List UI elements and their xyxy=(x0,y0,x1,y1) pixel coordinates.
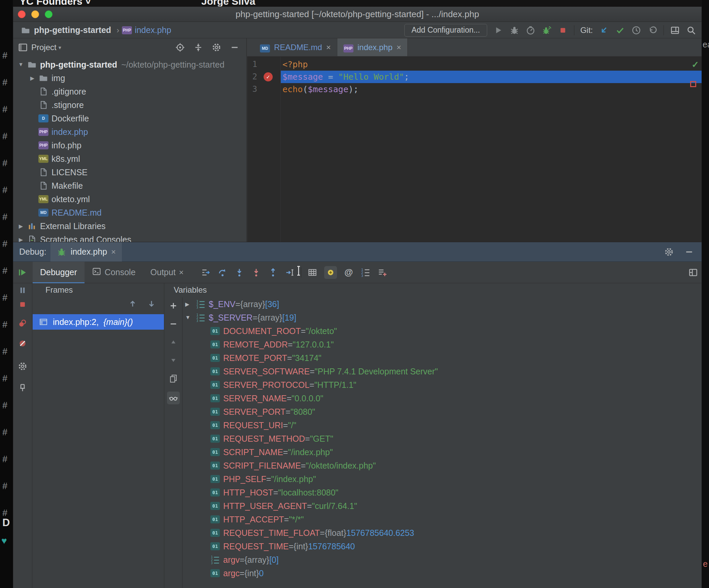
run-to-cursor-button[interactable] xyxy=(285,268,295,278)
close-icon[interactable]: × xyxy=(397,43,401,52)
stop-process-button[interactable] xyxy=(18,299,28,309)
show-array-indices-button[interactable]: 123 xyxy=(361,268,371,278)
tree-item-External Libraries[interactable]: ▶External Libraries xyxy=(13,219,246,233)
tree-item-Dockerfile[interactable]: DDockerfile xyxy=(13,112,246,125)
show-references-button[interactable]: @ xyxy=(344,268,354,278)
variable-row-DOCUMENT_ROOT[interactable]: 01DOCUMENT_ROOT = "/okteto" xyxy=(183,324,702,338)
expanded-toggle-icon[interactable]: ▼ xyxy=(15,61,27,67)
variable-row-$_ENV[interactable]: ▶123$_ENV = {array} [36] xyxy=(183,297,702,311)
hide-debug-panel-button[interactable] xyxy=(684,247,694,257)
step-over-button[interactable] xyxy=(217,268,228,278)
expand-toggle-icon[interactable]: ▶ xyxy=(15,236,27,242)
tree-item-.stignore[interactable]: .stignore xyxy=(13,98,246,112)
search-everywhere-button[interactable] xyxy=(686,25,696,35)
tree-item-index.php[interactable]: PHPindex.php xyxy=(13,125,246,139)
profiler-button[interactable] xyxy=(526,25,535,35)
breadcrumb-project[interactable]: php-getting-started xyxy=(34,25,111,35)
debug-button[interactable] xyxy=(509,25,520,35)
debug-tab-console[interactable]: Console xyxy=(84,262,143,283)
variable-row-REQUEST_METHOD[interactable]: 01REQUEST_METHOD = "GET" xyxy=(183,432,702,445)
variable-row-SCRIPT_FILENAME[interactable]: 01SCRIPT_FILENAME = "/okteto/index.php" xyxy=(183,459,702,472)
close-icon[interactable]: × xyxy=(179,268,184,277)
show-watches-toggle[interactable] xyxy=(167,392,180,404)
step-into-button[interactable] xyxy=(234,268,244,278)
previous-frame-button[interactable] xyxy=(128,299,138,309)
tree-item-README.md[interactable]: MDREADME.md xyxy=(13,206,246,219)
debug-settings-button[interactable] xyxy=(664,247,674,257)
run-button[interactable] xyxy=(493,25,503,35)
debug-session-tab[interactable]: index.php × xyxy=(51,242,122,262)
code-editor[interactable]: 1<?php2✓$message = "Hello World";3echo($… xyxy=(247,57,702,242)
add-watch-button[interactable] xyxy=(168,301,178,311)
editor-tab-README.md[interactable]: MDREADME.md× xyxy=(254,38,337,56)
tree-item-k8s.yml[interactable]: YMLk8s.yml xyxy=(13,152,246,166)
error-stripe-mark[interactable] xyxy=(690,81,696,87)
close-icon[interactable]: × xyxy=(111,247,116,257)
inspections-ok-icon[interactable]: ✓ xyxy=(691,59,699,70)
variable-row-HTTP_ACCEPT[interactable]: 01HTTP_ACCEPT = "*/*" xyxy=(183,513,702,526)
evaluate-expression-button[interactable] xyxy=(324,266,337,279)
view-breakpoints-button[interactable] xyxy=(18,318,28,328)
variable-row-SERVER_NAME[interactable]: 01SERVER_NAME = "0.0.0.0" xyxy=(183,392,702,405)
layout-button[interactable] xyxy=(670,25,680,35)
expand-toggle-icon[interactable]: ▶ xyxy=(185,301,195,307)
restore-layout-button[interactable] xyxy=(688,268,698,278)
expand-toggle-icon[interactable]: ▶ xyxy=(15,223,27,229)
view-as-table-button[interactable] xyxy=(307,268,317,278)
code-line-1[interactable]: 1<?php xyxy=(247,58,702,71)
stop-button[interactable] xyxy=(558,25,568,35)
tree-item-.gitignore[interactable]: .gitignore xyxy=(13,85,246,98)
variable-row-REQUEST_URI[interactable]: 01REQUEST_URI = "/" xyxy=(183,418,702,432)
tree-item-okteto.yml[interactable]: YMLokteto.yml xyxy=(13,192,246,206)
project-panel-title[interactable]: Project xyxy=(31,43,57,52)
variable-row-SERVER_PROTOCOL[interactable]: 01SERVER_PROTOCOL = "HTTP/1.1" xyxy=(183,378,702,392)
variable-row-REMOTE_PORT[interactable]: 01REMOTE_PORT = "34174" xyxy=(183,351,702,365)
variable-row-SCRIPT_NAME[interactable]: 01SCRIPT_NAME = "/index.php" xyxy=(183,445,702,459)
move-watch-up-button[interactable] xyxy=(168,337,178,347)
editor-tab-index.php[interactable]: PHPindex.php× xyxy=(337,38,408,56)
add-to-watches-button[interactable] xyxy=(377,268,388,278)
tree-item-img[interactable]: ▶img xyxy=(13,71,246,85)
variable-row-HTTP_HOST[interactable]: 01HTTP_HOST = "localhost:8080" xyxy=(183,486,702,499)
git-rollback-button[interactable] xyxy=(648,25,657,35)
git-update-button[interactable] xyxy=(599,25,609,35)
variable-row-REQUEST_TIME[interactable]: 01REQUEST_TIME = {int} 1576785640 xyxy=(183,539,702,553)
remove-watch-button[interactable] xyxy=(168,319,178,329)
collapse-all-button[interactable] xyxy=(193,43,203,53)
variable-row-HTTP_USER_AGENT[interactable]: 01HTTP_USER_AGENT = "curl/7.64.1" xyxy=(183,499,702,513)
tree-item-info.php[interactable]: PHPinfo.php xyxy=(13,139,246,152)
code-line-2[interactable]: 2✓$message = "Hello World"; xyxy=(247,71,702,83)
pin-tab-button[interactable] xyxy=(18,383,28,393)
debugger-settings-button[interactable] xyxy=(18,361,28,371)
variable-row-PHP_SELF[interactable]: 01PHP_SELF = "/index.php" xyxy=(183,472,702,486)
move-watch-down-button[interactable] xyxy=(168,355,178,365)
breakpoint-icon[interactable]: ✓ xyxy=(264,72,273,81)
project-settings-button[interactable] xyxy=(211,43,221,53)
mute-breakpoints-button[interactable] xyxy=(18,338,28,348)
tree-item-LICENSE[interactable]: LICENSE xyxy=(13,166,246,179)
tree-item-Makefile[interactable]: Makefile xyxy=(13,179,246,192)
hide-panel-button[interactable] xyxy=(230,43,240,53)
stack-frame-row[interactable]: index.php:2,{main}() xyxy=(33,314,164,330)
code-line-3[interactable]: 3echo($message); xyxy=(247,83,702,95)
variable-row-SERVER_SOFTWARE[interactable]: 01SERVER_SOFTWARE = "PHP 7.4.1 Developme… xyxy=(183,365,702,378)
variable-row-argv[interactable]: 123argv = {array} [0] xyxy=(183,553,702,566)
git-commit-button[interactable] xyxy=(615,25,625,35)
tree-item-Scratches and Consoles[interactable]: ▶Scratches and Consoles xyxy=(13,233,246,242)
chevron-down-icon[interactable]: ▾ xyxy=(59,45,61,51)
step-out-button[interactable] xyxy=(268,268,278,278)
variable-row-REQUEST_TIME_FLOAT[interactable]: 01REQUEST_TIME_FLOAT = {float} 157678564… xyxy=(183,526,702,539)
breadcrumb-file[interactable]: index.php xyxy=(135,25,171,35)
expand-toggle-icon[interactable]: ▼ xyxy=(185,314,195,320)
variable-row-REMOTE_ADDR[interactable]: 01REMOTE_ADDR = "127.0.0.1" xyxy=(183,338,702,351)
git-history-button[interactable] xyxy=(631,25,641,35)
pause-program-button[interactable] xyxy=(18,285,28,295)
copy-value-button[interactable] xyxy=(168,373,178,384)
variable-row-argc[interactable]: 01argc = {int} 0 xyxy=(183,566,702,580)
listen-php-debug-button[interactable] xyxy=(542,25,552,35)
next-frame-button[interactable] xyxy=(147,299,157,309)
variable-row-SERVER_PORT[interactable]: 01SERVER_PORT = "8080" xyxy=(183,405,702,418)
locate-file-button[interactable] xyxy=(175,43,185,53)
add-configuration-button[interactable]: Add Configuration... xyxy=(404,24,487,37)
variable-row-$_SERVER[interactable]: ▼123$_SERVER = {array} [19] xyxy=(183,311,702,324)
